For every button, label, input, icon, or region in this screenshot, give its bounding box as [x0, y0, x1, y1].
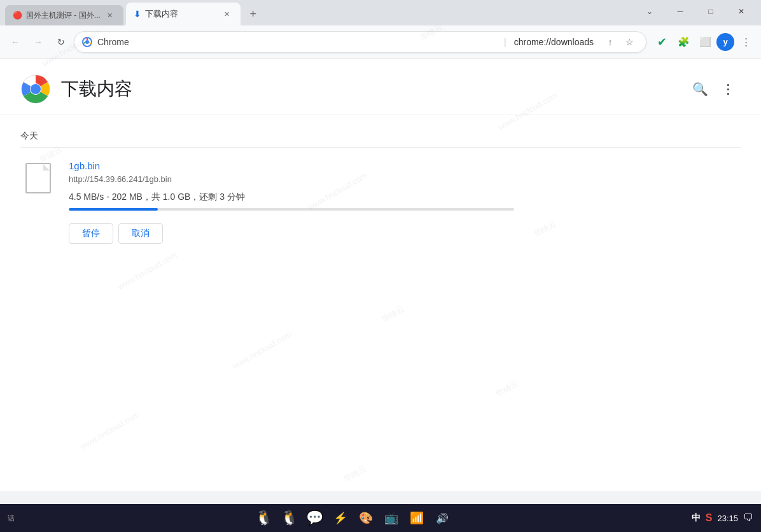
- tab-active-downloads[interactable]: ⬇ 下载内容 ✕: [126, 3, 241, 25]
- chrome-icon: [82, 37, 92, 47]
- address-bar[interactable]: Chrome | chrome://downloads ↑ ☆: [74, 31, 646, 53]
- taskbar-colorful[interactable]: 🎨: [354, 507, 377, 529]
- page-content: 下载内容 🔍 ⋮ 今天 1gb.bin http://154.39.66.241…: [0, 59, 761, 491]
- svg-point-4: [31, 84, 41, 94]
- tab-active-favicon: ⬇: [134, 9, 141, 19]
- share-icon: ↑: [608, 37, 613, 47]
- share-button[interactable]: ↑: [601, 33, 619, 51]
- address-bar-actions: ↑ ☆: [601, 33, 638, 51]
- colorful-icon: 🎨: [359, 511, 373, 525]
- chrome-menu-button[interactable]: ⋮: [736, 32, 756, 52]
- search-icon: 🔍: [692, 81, 708, 97]
- download-actions: 暂停 取消: [69, 223, 741, 244]
- tab-search-icon: ⬜: [699, 36, 711, 48]
- search-downloads-button[interactable]: 🔍: [687, 76, 713, 102]
- wechat-icon: 💬: [306, 510, 323, 526]
- nav-bar: ← → ↻ Chrome | chrome://downloads ↑ ☆: [0, 25, 761, 59]
- tab-inactive-label: 国外主机测评 - 国外...: [26, 10, 101, 21]
- reload-button[interactable]: ↻: [51, 32, 71, 52]
- downloads-menu-button[interactable]: ⋮: [715, 76, 741, 102]
- window-controls: ⌄ ─ □ ✕: [635, 1, 761, 25]
- security-shield-button[interactable]: ✔: [652, 32, 672, 52]
- cancel-button[interactable]: 取消: [118, 223, 163, 244]
- taskbar: 话 🐧 🐧 💬 ⚡ 🎨 📺 📶 🔊 中 S 23:15 🗨: [0, 504, 761, 532]
- puzzle-icon: 🧩: [678, 36, 690, 48]
- bluetooth-icon: ⚡: [333, 511, 347, 525]
- close-button[interactable]: ✕: [727, 1, 756, 22]
- download-item-1gb: 1gb.bin http://154.39.66.241/1gb.bin 4.5…: [20, 147, 741, 256]
- address-url: chrome://downloads: [514, 37, 594, 47]
- kebab-menu-icon: ⋮: [741, 36, 751, 48]
- tab-search-button[interactable]: ⬜: [695, 32, 715, 52]
- address-divider: |: [504, 37, 506, 47]
- taskbar-volume[interactable]: 🔊: [431, 507, 454, 529]
- minimize-button[interactable]: ─: [666, 1, 695, 22]
- taskbar-qq1[interactable]: 🐧: [253, 507, 276, 529]
- qq1-icon: 🐧: [255, 510, 272, 526]
- wifi-icon: 📶: [410, 511, 424, 525]
- download-url: http://154.39.66.241/1gb.bin: [69, 174, 741, 184]
- bookmark-button[interactable]: ☆: [620, 33, 638, 51]
- chrome-logo: [20, 74, 51, 104]
- forward-icon: →: [34, 37, 43, 47]
- qq2-icon: 🐧: [281, 510, 298, 526]
- title-bar: 🔴 国外主机测评 - 国外... ✕ ⬇ 下载内容 ✕ + ⌄ ─ □ ✕: [0, 0, 761, 25]
- tab-inactive-favicon: 🔴: [13, 11, 22, 20]
- more-icon: ⋮: [722, 81, 734, 97]
- taskbar-network-monitor[interactable]: 📺: [380, 507, 403, 529]
- progress-bar-fill: [69, 208, 158, 211]
- tab-active-label: 下载内容: [145, 8, 178, 20]
- back-button[interactable]: ←: [5, 32, 25, 52]
- page-header-actions: 🔍 ⋮: [687, 76, 741, 102]
- tab-active-close[interactable]: ✕: [221, 8, 233, 20]
- address-app-name: Chrome: [97, 37, 496, 47]
- file-icon-wrap: [20, 160, 56, 196]
- download-info: 1gb.bin http://154.39.66.241/1gb.bin 4.5…: [69, 160, 741, 244]
- back-icon: ←: [11, 37, 20, 47]
- reload-icon: ↻: [57, 37, 65, 47]
- notification-button[interactable]: 🗨: [743, 512, 753, 524]
- taskbar-lang: 中: [692, 512, 701, 524]
- shield-icon: ✔: [657, 35, 667, 49]
- page-title: 下载内容: [61, 77, 132, 101]
- download-status: 4.5 MB/s - 202 MB，共 1.0 GB，还剩 3 分钟: [69, 192, 741, 203]
- maximize-button[interactable]: □: [696, 1, 725, 22]
- taskbar-left-text: 话: [8, 514, 15, 523]
- new-tab-button[interactable]: +: [244, 5, 262, 23]
- section-today: 今天: [20, 130, 741, 142]
- taskbar-right: 中 S 23:15 🗨: [692, 512, 753, 524]
- taskbar-time: 23:15: [717, 514, 738, 523]
- taskbar-qq2[interactable]: 🐧: [278, 507, 301, 529]
- tab-inactive-1[interactable]: 🔴 国外主机测评 - 国外... ✕: [5, 5, 123, 25]
- forward-button[interactable]: →: [28, 32, 48, 52]
- star-icon: ☆: [625, 37, 634, 47]
- downloads-body: 今天 1gb.bin http://154.39.66.241/1gb.bin …: [0, 115, 761, 272]
- chevron-button[interactable]: ⌄: [635, 1, 664, 22]
- svg-point-1: [85, 40, 89, 44]
- file-icon: [25, 163, 51, 193]
- download-progress-bar: [69, 208, 514, 211]
- taskbar-wifi[interactable]: 📶: [405, 507, 428, 529]
- page-header: 下载内容 🔍 ⋮: [0, 59, 761, 115]
- profile-avatar[interactable]: y: [716, 33, 734, 51]
- download-filename[interactable]: 1gb.bin: [69, 160, 100, 171]
- taskbar-wechat[interactable]: 💬: [304, 507, 326, 529]
- nav-right-buttons: ✔ 🧩 ⬜ y ⋮: [652, 32, 756, 52]
- extensions-button[interactable]: 🧩: [673, 32, 694, 52]
- taskbar-bluetooth[interactable]: ⚡: [329, 507, 352, 529]
- tab-inactive-close[interactable]: ✕: [104, 10, 116, 21]
- network-monitor-icon: 📺: [384, 511, 398, 525]
- pause-button[interactable]: 暂停: [69, 223, 113, 244]
- avatar-label: y: [723, 37, 727, 46]
- volume-icon: 🔊: [436, 512, 449, 524]
- ime-icon: S: [706, 512, 713, 524]
